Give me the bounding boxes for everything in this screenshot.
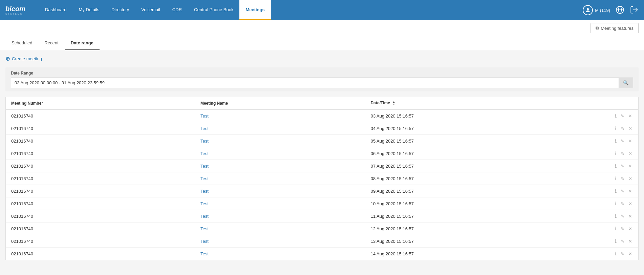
cell-datetime: 13 Aug 2020 15:16:57 <box>365 235 604 248</box>
table-row: 021016740 Test 10 Aug 2020 15:16:57 ℹ ✎ … <box>6 197 638 210</box>
sort-desc-icon: ▼ <box>392 103 395 106</box>
meeting-name-link[interactable]: Test <box>200 139 209 144</box>
nav-voicemail[interactable]: Voicemail <box>135 0 166 20</box>
delete-icon[interactable]: ✕ <box>628 113 633 119</box>
user-badge[interactable]: M (119) <box>583 5 610 15</box>
info-icon[interactable]: ℹ <box>614 125 617 132</box>
cell-datetime: 08 Aug 2020 15:16:57 <box>365 172 604 185</box>
plus-icon: ⊕ <box>5 56 10 62</box>
cell-meeting-number: 021016740 <box>6 135 195 147</box>
row-actions: ℹ ✎ ✕ <box>610 112 633 119</box>
cell-actions: ℹ ✎ ✕ <box>604 135 638 147</box>
nav-dashboard[interactable]: Dashboard <box>39 0 73 20</box>
date-range-input[interactable] <box>11 78 619 88</box>
user-avatar <box>583 5 593 15</box>
meeting-name-link[interactable]: Test <box>200 126 209 131</box>
edit-icon[interactable]: ✎ <box>620 163 625 169</box>
row-actions: ℹ ✎ ✕ <box>610 150 633 157</box>
edit-icon[interactable]: ✎ <box>620 200 625 207</box>
cell-meeting-number: 021016740 <box>6 197 195 210</box>
info-icon[interactable]: ℹ <box>614 213 617 219</box>
edit-icon[interactable]: ✎ <box>620 188 625 194</box>
subheader: ⧉ Meeting features <box>0 20 644 36</box>
nav-central-phone-book[interactable]: Central Phone Book <box>188 0 239 20</box>
nav-directory[interactable]: Directory <box>105 0 135 20</box>
meeting-name-link[interactable]: Test <box>200 239 209 244</box>
create-meeting-button[interactable]: ⊕ Create meeting <box>5 56 639 62</box>
cell-meeting-number: 021016740 <box>6 210 195 223</box>
edit-icon[interactable]: ✎ <box>620 175 625 182</box>
meeting-name-link[interactable]: Test <box>200 189 209 194</box>
meeting-name-link[interactable]: Test <box>200 201 209 206</box>
cell-meeting-number: 021016740 <box>6 185 195 197</box>
cell-meeting-number: 021016740 <box>6 122 195 135</box>
meeting-name-link[interactable]: Test <box>200 251 209 256</box>
info-icon[interactable]: ℹ <box>614 250 617 257</box>
edit-icon[interactable]: ✎ <box>620 138 625 144</box>
cell-meeting-name: Test <box>195 197 365 210</box>
row-actions: ℹ ✎ ✕ <box>610 250 633 257</box>
delete-icon[interactable]: ✕ <box>628 163 633 169</box>
cell-datetime: 12 Aug 2020 15:16:57 <box>365 223 604 235</box>
edit-icon[interactable]: ✎ <box>620 150 625 157</box>
delete-icon[interactable]: ✕ <box>628 200 633 207</box>
info-icon[interactable]: ℹ <box>614 225 617 232</box>
meeting-name-link[interactable]: Test <box>200 214 209 219</box>
tabs-bar: Scheduled Recent Date range <box>0 36 644 50</box>
svg-point-0 <box>587 8 589 10</box>
nav-my-details[interactable]: My Details <box>73 0 106 20</box>
nav-cdr[interactable]: CDR <box>166 0 188 20</box>
delete-icon[interactable]: ✕ <box>628 188 633 194</box>
date-range-section: Date Range 🔍 <box>5 67 639 91</box>
edit-icon[interactable]: ✎ <box>620 113 625 119</box>
meeting-name-link[interactable]: Test <box>200 113 209 119</box>
logo-subtext: SYSTEMS <box>5 13 25 15</box>
external-link-icon: ⧉ <box>596 25 599 31</box>
cell-datetime: 09 Aug 2020 15:16:57 <box>365 185 604 197</box>
tab-scheduled[interactable]: Scheduled <box>5 36 38 50</box>
meeting-name-link[interactable]: Test <box>200 164 209 169</box>
delete-icon[interactable]: ✕ <box>628 238 633 245</box>
delete-icon[interactable]: ✕ <box>628 213 633 219</box>
delete-icon[interactable]: ✕ <box>628 226 633 232</box>
edit-icon[interactable]: ✎ <box>620 125 625 132</box>
delete-icon[interactable]: ✕ <box>628 138 633 144</box>
logo-text: bicom <box>5 5 25 12</box>
edit-icon[interactable]: ✎ <box>620 251 625 257</box>
meeting-name-link[interactable]: Test <box>200 226 209 231</box>
meeting-name-link[interactable]: Test <box>200 151 209 156</box>
nav-meetings[interactable]: Meetings <box>239 0 271 20</box>
delete-icon[interactable]: ✕ <box>628 125 633 132</box>
cell-actions: ℹ ✎ ✕ <box>604 210 638 223</box>
meeting-features-label: Meeting features <box>601 26 634 31</box>
meeting-features-button[interactable]: ⧉ Meeting features <box>591 23 639 33</box>
info-icon[interactable]: ℹ <box>614 175 617 182</box>
edit-icon[interactable]: ✎ <box>620 226 625 232</box>
info-icon[interactable]: ℹ <box>614 238 617 245</box>
col-header-datetime[interactable]: Date/Time ▲ ▼ <box>365 97 604 110</box>
info-icon[interactable]: ℹ <box>614 112 617 119</box>
tab-recent[interactable]: Recent <box>38 36 64 50</box>
cell-meeting-name: Test <box>195 185 365 197</box>
edit-icon[interactable]: ✎ <box>620 238 625 245</box>
globe-icon[interactable] <box>616 5 624 15</box>
col-header-actions <box>604 97 638 110</box>
delete-icon[interactable]: ✕ <box>628 251 633 257</box>
info-icon[interactable]: ℹ <box>614 138 617 144</box>
delete-icon[interactable]: ✕ <box>628 175 633 182</box>
signout-icon[interactable] <box>630 5 639 15</box>
info-icon[interactable]: ℹ <box>614 188 617 194</box>
date-range-search-button[interactable]: 🔍 <box>619 78 633 88</box>
meeting-name-link[interactable]: Test <box>200 176 209 181</box>
row-actions: ℹ ✎ ✕ <box>610 188 633 194</box>
cell-meeting-number: 021016740 <box>6 223 195 235</box>
delete-icon[interactable]: ✕ <box>628 150 633 157</box>
date-range-input-row: 🔍 <box>11 78 633 88</box>
info-icon[interactable]: ℹ <box>614 200 617 207</box>
info-icon[interactable]: ℹ <box>614 163 617 169</box>
cell-datetime: 10 Aug 2020 15:16:57 <box>365 197 604 210</box>
edit-icon[interactable]: ✎ <box>620 213 625 219</box>
tab-date-range[interactable]: Date range <box>65 36 100 50</box>
info-icon[interactable]: ℹ <box>614 150 617 157</box>
cell-actions: ℹ ✎ ✕ <box>604 122 638 135</box>
